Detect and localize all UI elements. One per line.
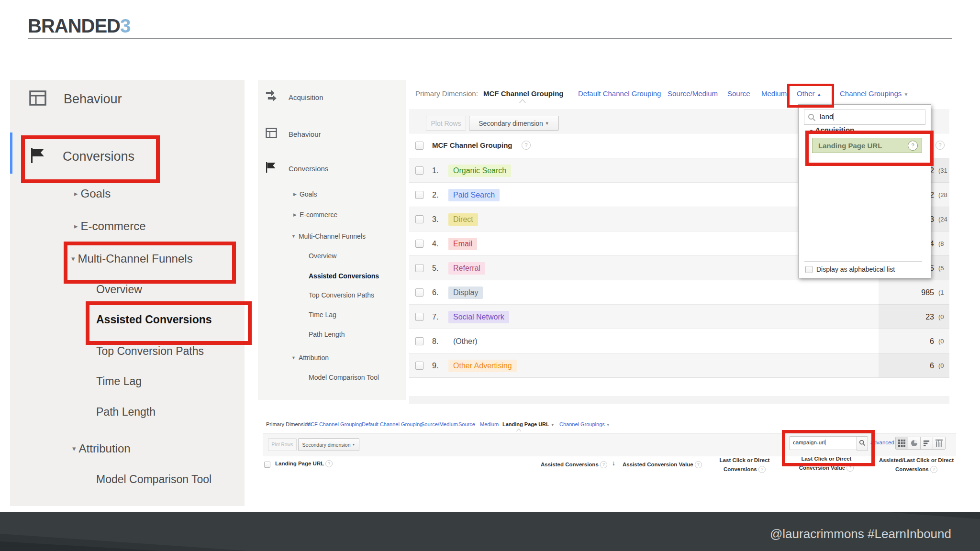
dimension-link-mcf-channel-grouping[interactable]: MCF Channel Grouping bbox=[306, 421, 362, 427]
row-rank: 6. bbox=[432, 280, 438, 305]
row-checkbox[interactable] bbox=[415, 166, 423, 175]
plot-rows-button[interactable]: Plot Rows bbox=[268, 438, 297, 451]
footer-credit: @lauracrimmons #LearnInbound bbox=[770, 527, 951, 541]
table-row[interactable]: 8. (Other) 6 (0 bbox=[409, 329, 949, 353]
nav-item-goals[interactable]: ▶ Goals bbox=[293, 186, 317, 203]
nav-item-conversions[interactable]: Conversions bbox=[266, 160, 328, 177]
dimension-link-medium[interactable]: Medium bbox=[480, 421, 499, 427]
channel-chip[interactable]: Paid Search bbox=[448, 189, 500, 201]
help-icon[interactable]: ? bbox=[325, 460, 333, 467]
help-icon[interactable]: ? bbox=[930, 466, 937, 473]
row-checkbox[interactable] bbox=[415, 313, 423, 321]
table-row[interactable]: 7. Social Network 23 (0 bbox=[409, 304, 949, 329]
sidebar-item-ecommerce[interactable]: ▸ E-commerce bbox=[74, 218, 146, 235]
sidebar-item-top-conversion-paths[interactable]: Top Conversion Paths bbox=[96, 342, 204, 360]
nav-item-assisted-conversions[interactable]: Assisted Conversions bbox=[309, 267, 379, 285]
row-checkbox[interactable] bbox=[415, 191, 423, 199]
performance-view-icon[interactable] bbox=[920, 437, 933, 449]
flag-icon bbox=[266, 162, 276, 175]
row-checkbox[interactable] bbox=[415, 337, 423, 345]
alphabetical-checkbox[interactable] bbox=[805, 266, 813, 273]
nav-item-path-length[interactable]: Path Length bbox=[309, 326, 345, 343]
help-icon[interactable]: ? bbox=[522, 141, 531, 150]
dimension-link-default-channel-grouping[interactable]: Default Channel Grouping bbox=[578, 89, 661, 98]
select-all-checkbox[interactable] bbox=[264, 461, 270, 470]
channel-chip[interactable]: Referral bbox=[448, 262, 485, 275]
row-checkbox[interactable] bbox=[415, 215, 423, 223]
help-icon[interactable]: ? bbox=[935, 141, 945, 150]
dimension-link-channel-groupings[interactable]: Channel Groupings ▼ bbox=[559, 421, 610, 427]
channel-chip[interactable]: (Other) bbox=[448, 335, 482, 348]
channel-chip[interactable]: Direct bbox=[448, 213, 478, 226]
nav-item-model-comparison-tool[interactable]: Model Comparison Tool bbox=[309, 369, 379, 386]
row-rank: 4. bbox=[432, 231, 438, 256]
nav-item-label: Acquisition bbox=[289, 93, 323, 101]
sidebar-item-label: Attribution bbox=[79, 442, 131, 455]
column-header-last-click-conversions[interactable]: Last Click or Direct Conversions ? bbox=[704, 456, 785, 474]
annotation-box-conversions bbox=[21, 135, 160, 183]
sidebar-item-path-length[interactable]: Path Length bbox=[96, 403, 156, 420]
dimension-link-default-channel-grouping[interactable]: Default Channel Grouping bbox=[362, 421, 423, 427]
alphabetical-label: Display as alphabetical list bbox=[816, 265, 895, 273]
sidebar-item-model-comparison-tool[interactable]: Model Comparison Tool bbox=[96, 471, 212, 488]
table-row[interactable]: 6. Display 985 (1 bbox=[409, 280, 949, 305]
dropdown-divider bbox=[804, 261, 922, 262]
primary-dimension-label: Primary Dimension: bbox=[415, 89, 478, 98]
sidebar-item-goals[interactable]: ▸ Goals bbox=[74, 185, 111, 202]
column-header-assisted-conversion-value[interactable]: Assisted Conversion Value ? bbox=[623, 460, 698, 469]
nav-item-acquisition[interactable]: Acquisition bbox=[265, 88, 323, 106]
nav-item-attribution[interactable]: ▼ Attribution bbox=[291, 349, 329, 366]
dimension-tab-landing-page-url[interactable]: Landing Page URL ▼ bbox=[502, 421, 555, 427]
help-icon[interactable]: ? bbox=[695, 461, 702, 468]
percentage-view-icon[interactable] bbox=[908, 437, 920, 449]
nav-item-top-conversion-paths[interactable]: Top Conversion Paths bbox=[309, 287, 374, 304]
annotation-box-other bbox=[787, 84, 834, 108]
help-icon[interactable]: ? bbox=[758, 466, 766, 473]
nav-item-overview[interactable]: Overview bbox=[309, 247, 336, 264]
dimension-link-medium[interactable]: Medium bbox=[761, 89, 787, 98]
dimension-search-input[interactable]: land bbox=[804, 110, 925, 125]
table-footer-strip bbox=[409, 397, 949, 404]
dimension-link-channel-groupings[interactable]: Channel Groupings ▼ bbox=[840, 89, 908, 98]
column-header-assisted-last-click-ratio[interactable]: Assisted/Last Click or Direct Conversion… bbox=[878, 456, 955, 474]
sidebar-item-label: Goals bbox=[81, 187, 111, 200]
column-header-assisted-conversions[interactable]: Assisted Conversions ? bbox=[516, 460, 607, 469]
table-view-icon[interactable] bbox=[896, 437, 908, 449]
channel-chip[interactable]: Social Network bbox=[448, 311, 509, 323]
nav-item-multi-channel-funnels[interactable]: ▼ Multi-Channel Funnels bbox=[291, 228, 366, 245]
column-header-mcf-channel-grouping[interactable]: MCF Channel Grouping bbox=[432, 141, 512, 149]
annotation-box-landing-page-url bbox=[805, 131, 934, 166]
dimension-link-source[interactable]: Source bbox=[727, 89, 750, 98]
sidebar-item-behaviour[interactable]: Behaviour bbox=[29, 90, 122, 108]
secondary-dimension-button[interactable]: Secondary dimension ▼ bbox=[469, 116, 559, 131]
sidebar-item-time-lag[interactable]: Time Lag bbox=[96, 373, 142, 390]
column-header-landing-page-url[interactable]: Landing Page URL ? bbox=[275, 460, 333, 467]
select-all-checkbox[interactable] bbox=[415, 142, 423, 150]
channel-chip[interactable]: Display bbox=[448, 287, 483, 299]
nav-item-time-lag[interactable]: Time Lag bbox=[309, 306, 336, 323]
channel-chip[interactable]: Email bbox=[448, 238, 477, 250]
channel-groupings-label: Channel Groupings bbox=[840, 89, 902, 98]
row-checkbox[interactable] bbox=[415, 288, 423, 297]
dimension-tab-mcf-channel-grouping[interactable]: MCF Channel Grouping bbox=[483, 89, 563, 98]
nav-item-behaviour[interactable]: Behaviour bbox=[266, 125, 321, 143]
channel-chip[interactable]: Other Advertising bbox=[448, 360, 517, 372]
row-checkbox[interactable] bbox=[415, 362, 423, 370]
dimension-link-source-medium[interactable]: Source/Medium bbox=[421, 421, 458, 427]
channel-chip[interactable]: Organic Search bbox=[448, 165, 511, 177]
plot-rows-button[interactable]: Plot Rows bbox=[426, 116, 466, 131]
help-icon[interactable]: ? bbox=[600, 461, 607, 468]
row-checkbox[interactable] bbox=[415, 264, 423, 272]
table-row[interactable]: 9. Other Advertising 6 (0 bbox=[409, 353, 949, 378]
secondary-dimension-button[interactable]: Secondary dimension ▼ bbox=[298, 438, 359, 451]
row-checkbox[interactable] bbox=[415, 240, 423, 248]
dimension-link-source-medium[interactable]: Source/Medium bbox=[668, 89, 718, 98]
nav-item-label: Multi-Channel Funnels bbox=[299, 232, 366, 240]
nav-item-ecommerce[interactable]: ▶ E-commerce bbox=[293, 206, 337, 223]
comparison-view-icon[interactable] bbox=[933, 437, 945, 449]
sidebar-item-attribution[interactable]: ▾ Attribution bbox=[72, 440, 131, 457]
alphabetical-list-option[interactable]: Display as alphabetical list bbox=[805, 265, 895, 273]
sort-descending-icon[interactable]: ↓ bbox=[612, 459, 615, 467]
chevron-right-icon: ▸ bbox=[74, 222, 78, 231]
dimension-link-source[interactable]: Source bbox=[458, 421, 475, 427]
